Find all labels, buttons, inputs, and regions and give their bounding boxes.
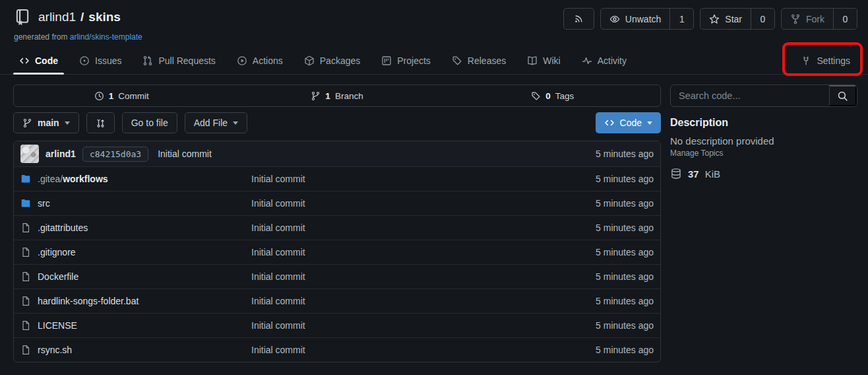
settings-tools-icon: [801, 55, 811, 66]
repo-owner-link[interactable]: arlind1: [38, 10, 76, 24]
branch-icon: [22, 118, 32, 128]
file-commit-message[interactable]: Initial commit: [251, 320, 596, 331]
tag-icon: [452, 55, 462, 66]
tab-pull-requests-label: Pull Requests: [158, 55, 215, 66]
search-input[interactable]: [671, 85, 829, 106]
branch-name: main: [38, 118, 59, 128]
tab-pull-requests[interactable]: Pull Requests: [135, 47, 222, 74]
file-commit-time: 5 minutes ago: [596, 320, 654, 331]
project-board-icon: [381, 55, 392, 66]
template-repo-link[interactable]: arlind/skins-template: [70, 32, 142, 42]
avatar[interactable]: [20, 145, 39, 163]
search-icon: [837, 90, 848, 102]
file-commit-message[interactable]: Initial commit: [251, 198, 596, 209]
tab-issues-label: Issues: [95, 55, 121, 66]
tab-code-label: Code: [35, 55, 58, 66]
stars-count[interactable]: 0: [751, 9, 774, 29]
table-row: Dockerfile Initial commit 5 minutes ago: [14, 264, 660, 289]
file-link[interactable]: rsync.sh: [20, 345, 251, 355]
repo-action-buttons: Unwatch 1 Star 0: [563, 8, 857, 30]
repo-size: 37 KiB: [670, 168, 857, 180]
file-commit-message[interactable]: Initial commit: [251, 345, 596, 355]
file-commit-message[interactable]: Initial commit: [251, 296, 596, 306]
file-link[interactable]: .gitea/workflows: [20, 174, 251, 184]
tab-actions[interactable]: Actions: [230, 47, 290, 74]
code-download-button[interactable]: Code: [596, 112, 661, 133]
go-to-file-button[interactable]: Go to file: [122, 112, 177, 133]
commit-author-link[interactable]: arlind1: [46, 149, 76, 159]
add-file-button[interactable]: Add File: [185, 112, 247, 133]
chevron-down-icon: [647, 121, 652, 125]
forks-count[interactable]: 0: [833, 9, 857, 29]
tab-wiki[interactable]: Wiki: [520, 47, 567, 74]
table-row: hardlink-songs-folder.bat Initial commit…: [14, 289, 660, 313]
table-row: .gitattributes Initial commit 5 minutes …: [14, 215, 660, 240]
tab-releases-label: Releases: [468, 55, 506, 66]
folder-icon: [20, 174, 31, 184]
fork-icon: [790, 14, 801, 24]
rss-button[interactable]: [563, 8, 594, 30]
tag-count: 0: [545, 91, 551, 101]
latest-commit-row: arlind1 c84215d0a3 Initial commit 5 minu…: [14, 141, 660, 166]
repo-name-link[interactable]: skins: [88, 10, 121, 24]
search-button[interactable]: [829, 85, 857, 106]
file-name: src: [38, 198, 50, 209]
commits-stat[interactable]: 1 Commit: [14, 91, 230, 101]
tab-issues[interactable]: Issues: [72, 47, 129, 74]
file-icon: [20, 296, 31, 306]
table-row: src Initial commit 5 minutes ago: [14, 191, 660, 215]
open-book-icon: [527, 55, 538, 66]
branches-stat[interactable]: 1 Branch: [230, 91, 445, 101]
branch-label: Branch: [335, 91, 363, 101]
compare-icon: [96, 118, 106, 128]
star-button[interactable]: Star: [700, 9, 751, 29]
tab-actions-label: Actions: [253, 55, 283, 66]
commit-message-link[interactable]: Initial commit: [158, 149, 212, 159]
commit-sha-badge[interactable]: c84215d0a3: [82, 147, 148, 162]
unwatch-label: Unwatch: [625, 14, 661, 24]
pull-request-icon: [142, 55, 153, 66]
branch-selector[interactable]: main: [13, 112, 79, 133]
file-commit-message[interactable]: Initial commit: [251, 247, 596, 257]
generated-from-text: generated from: [14, 32, 67, 42]
file-icon: [20, 271, 31, 282]
file-link[interactable]: hardlink-songs-folder.bat: [20, 296, 251, 306]
table-row: .gitignore Initial commit 5 minutes ago: [14, 240, 660, 264]
fork-button[interactable]: Fork: [782, 9, 833, 29]
file-link[interactable]: LICENSE: [20, 320, 251, 331]
tags-stat[interactable]: 0 Tags: [445, 91, 660, 101]
tab-packages[interactable]: Packages: [297, 47, 367, 74]
watchers-count[interactable]: 1: [669, 9, 693, 29]
table-row: rsync.sh Initial commit 5 minutes ago: [14, 337, 660, 362]
repo-nav-tabs: Code Issues Pull Requests Actions: [0, 48, 868, 75]
file-link[interactable]: Dockerfile: [20, 271, 251, 282]
add-file-label: Add File: [194, 118, 228, 128]
file-commit-message[interactable]: Initial commit: [251, 174, 596, 184]
tab-activity-label: Activity: [598, 55, 627, 66]
tab-releases[interactable]: Releases: [445, 47, 513, 74]
table-row: .gitea/workflows Initial commit 5 minute…: [14, 166, 660, 191]
main-area: 1 Commit 1 Branch 0 Tags: [0, 75, 868, 362]
file-name: LICENSE: [38, 320, 77, 331]
tab-code[interactable]: Code: [12, 47, 65, 74]
star-label: Star: [725, 14, 742, 24]
repo-stats-bar: 1 Commit 1 Branch 0 Tags: [13, 85, 661, 107]
manage-topics-link[interactable]: Manage Topics: [670, 149, 724, 158]
file-commit-message[interactable]: Initial commit: [251, 271, 596, 282]
compare-button[interactable]: [86, 112, 115, 133]
tab-activity[interactable]: Activity: [574, 47, 634, 74]
code-button-label: Code: [620, 118, 642, 128]
file-commit-message[interactable]: Initial commit: [251, 222, 596, 233]
tab-projects[interactable]: Projects: [374, 47, 438, 74]
tab-settings[interactable]: Settings: [793, 47, 857, 74]
branch-count: 1: [325, 91, 330, 101]
star-button-group: Star 0: [700, 8, 775, 30]
file-link[interactable]: .gitignore: [20, 247, 251, 257]
repo-separator: /: [80, 10, 84, 24]
file-name: rsync.sh: [38, 345, 72, 355]
file-link[interactable]: src: [20, 198, 251, 209]
unwatch-button[interactable]: Unwatch: [601, 9, 669, 29]
file-link[interactable]: .gitattributes: [20, 222, 251, 233]
eye-icon: [609, 14, 620, 24]
repo-header: arlind1 / skins generated from arlind/sk…: [0, 0, 868, 75]
